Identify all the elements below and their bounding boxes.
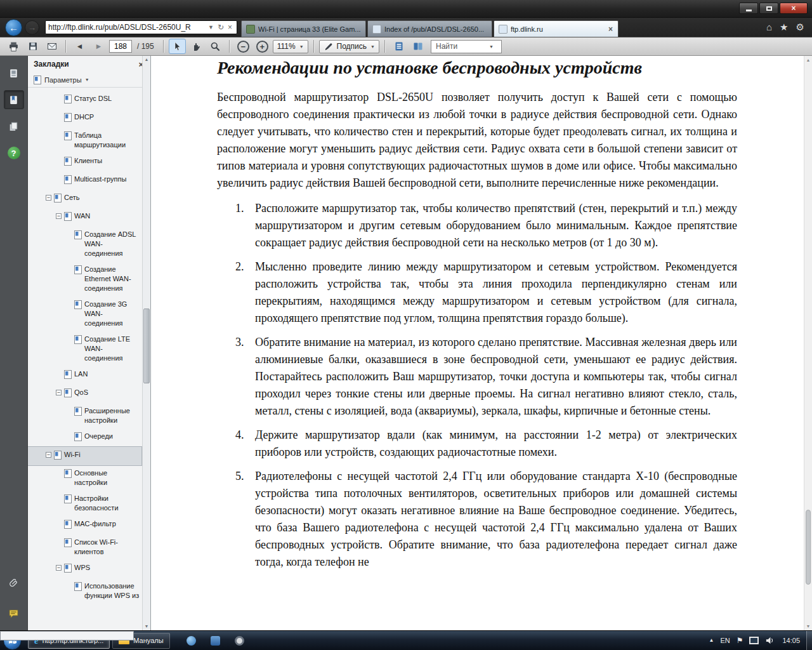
pdf-page-area: Рекомендации по установке беспроводных у…: [151, 56, 812, 630]
collapse-toggle-icon[interactable]: −: [56, 213, 62, 219]
address-url[interactable]: http://ftp.dlink.ru/pub/ADSL/DSL-2650U_R: [48, 23, 206, 32]
language-indicator[interactable]: EN: [720, 637, 730, 644]
browser-tab[interactable]: ftp.dlink.ru ×: [494, 20, 619, 37]
email-button[interactable]: [43, 39, 60, 54]
bookmark-page-icon: [74, 230, 82, 242]
scroll-down-icon[interactable]: ▼: [143, 623, 150, 630]
bookmark-item[interactable]: − Wi-Fi: [28, 447, 141, 465]
help-button[interactable]: ?: [4, 143, 24, 162]
bookmark-item[interactable]: − Создание ADSL WAN-соединения: [28, 227, 141, 262]
bookmark-item[interactable]: − Очереди: [28, 428, 141, 447]
find-box[interactable]: ▼: [431, 40, 502, 53]
close-button[interactable]: ×: [780, 3, 808, 14]
print-button[interactable]: [5, 39, 22, 54]
zoom-in-button[interactable]: +: [254, 39, 271, 54]
zoom-level-dropdown[interactable]: 111% ▼: [273, 40, 308, 53]
volume-icon[interactable]: [765, 636, 775, 645]
zoom-out-button[interactable]: −: [235, 39, 252, 54]
document-numbered-list: 1. Расположите маршрутизатор так, чтобы …: [217, 200, 737, 571]
stop-icon[interactable]: ×: [226, 23, 234, 32]
action-center-flag-icon[interactable]: ⚑: [737, 637, 743, 644]
bookmarks-panel-button[interactable]: [4, 90, 24, 109]
document-scrollbar[interactable]: ▲ ▼: [804, 56, 812, 630]
scroll-up-icon[interactable]: ▲: [143, 56, 150, 63]
app-document-icon[interactable]: [0, 631, 134, 640]
bookmark-item[interactable]: − Создание 3G WAN-соединения: [28, 296, 141, 331]
bookmark-item[interactable]: − DHCP: [28, 109, 141, 128]
collapse-toggle-icon[interactable]: −: [46, 452, 51, 458]
hand-tool-button[interactable]: [188, 39, 205, 54]
browser-nav-bar: ← → http://ftp.dlink.ru/pub/ADSL/DSL-265…: [0, 18, 812, 37]
scroll-up-icon[interactable]: ▲: [804, 56, 812, 64]
bookmark-item[interactable]: − Сеть: [28, 190, 141, 208]
back-button[interactable]: ←: [5, 19, 22, 36]
app-square-icon[interactable]: [211, 636, 220, 646]
address-bar[interactable]: http://ftp.dlink.ru/pub/ADSL/DSL-2650U_R…: [45, 20, 237, 34]
bookmark-item[interactable]: − Multicast-группы: [28, 171, 141, 190]
bookmark-item[interactable]: − Клиенты: [28, 153, 141, 171]
bookmark-item[interactable]: − LAN: [28, 366, 141, 385]
bookmark-label: Очереди: [84, 432, 140, 441]
bookmark-item[interactable]: − Основные настройки: [28, 465, 141, 491]
network-icon[interactable]: [749, 637, 759, 644]
page-thumbnails-button[interactable]: [4, 63, 24, 83]
next-page-button[interactable]: ►: [90, 39, 107, 54]
bookmark-item[interactable]: − Использование функции WPS из: [28, 578, 141, 604]
scrollbar-thumb[interactable]: [806, 510, 811, 585]
bookmark-item[interactable]: − QoS: [28, 385, 141, 403]
browser-tab[interactable]: Wi-Fi | страница 33 (Elite Gam... ×: [241, 20, 366, 37]
scroll-down-icon[interactable]: ▼: [804, 622, 812, 630]
list-item-number: 1.: [235, 200, 255, 251]
collapse-toggle-icon[interactable]: −: [56, 565, 62, 571]
print-icon: [8, 41, 19, 52]
save-button[interactable]: [24, 39, 41, 54]
bookmarks-options-row[interactable]: Параметры ▼: [28, 72, 150, 88]
comments-panel-button[interactable]: [4, 604, 24, 623]
refresh-icon[interactable]: ↻: [216, 23, 226, 32]
single-page-view-button[interactable]: [390, 39, 407, 54]
sign-dropdown[interactable]: Подпись ▼: [319, 40, 379, 53]
bookmark-item[interactable]: − MAC-фильтр: [28, 516, 141, 534]
home-icon[interactable]: ⌂: [766, 22, 772, 33]
select-tool-button[interactable]: [169, 39, 186, 54]
bookmark-item[interactable]: − Статус DSL: [28, 91, 141, 109]
app-ring-icon[interactable]: [235, 636, 244, 646]
bookmark-label: DHCP: [74, 112, 140, 122]
scrollbar-thumb[interactable]: [143, 308, 150, 383]
maximize-button[interactable]: [759, 3, 778, 14]
favorites-icon[interactable]: ★: [780, 22, 788, 33]
bookmark-label: LAN: [74, 369, 140, 379]
bookmark-item[interactable]: − Создание LTE WAN-соединения: [28, 331, 141, 366]
bookmark-item[interactable]: − Создание Ethernet WAN-соединения: [28, 262, 141, 296]
find-input[interactable]: [435, 41, 489, 51]
list-item: 4. Держите маршрутизатор вдали (как мини…: [235, 427, 737, 461]
bookmark-item[interactable]: − WAN: [28, 208, 141, 227]
bookmark-item[interactable]: − WPS: [28, 560, 141, 578]
bookmark-item[interactable]: − Настройки безопасности: [28, 491, 141, 516]
collapse-toggle-icon[interactable]: −: [56, 390, 62, 395]
hidden-icons-chevron[interactable]: ▲: [709, 638, 714, 643]
layers-panel-button[interactable]: [4, 117, 24, 136]
minimize-button[interactable]: [739, 3, 758, 14]
bookmark-item[interactable]: − Расширенные настройки: [28, 403, 141, 428]
browser-tab[interactable]: Index of /pub/ADSL/DSL-2650... ×: [367, 20, 492, 37]
marquee-zoom-button[interactable]: [207, 39, 224, 54]
attachments-panel-button[interactable]: [4, 573, 24, 592]
bookmark-item[interactable]: − Таблица маршрутизации: [28, 128, 141, 153]
forward-button[interactable]: →: [25, 20, 39, 35]
page-number-input[interactable]: [109, 40, 132, 53]
bookmark-item[interactable]: − Список Wi-Fi-клиентов: [28, 534, 141, 560]
previous-page-button[interactable]: ◄: [71, 39, 88, 54]
bookmarks-scrollbar[interactable]: ▲ ▼: [142, 56, 150, 630]
tools-gear-icon[interactable]: ⚙: [796, 22, 804, 33]
app-round-icon[interactable]: [187, 636, 196, 646]
bookmark-page-icon: [74, 265, 82, 277]
collapse-toggle-icon[interactable]: −: [46, 195, 51, 201]
bookmark-label: Клиенты: [74, 156, 140, 166]
tab-close-icon[interactable]: ×: [608, 25, 613, 34]
show-desktop-button[interactable]: [806, 631, 812, 650]
address-dropdown-icon[interactable]: ▼: [206, 24, 216, 30]
taskbar-clock[interactable]: 14:05: [782, 637, 800, 644]
list-item-number: 5.: [235, 468, 255, 571]
two-page-view-button[interactable]: [409, 39, 426, 54]
